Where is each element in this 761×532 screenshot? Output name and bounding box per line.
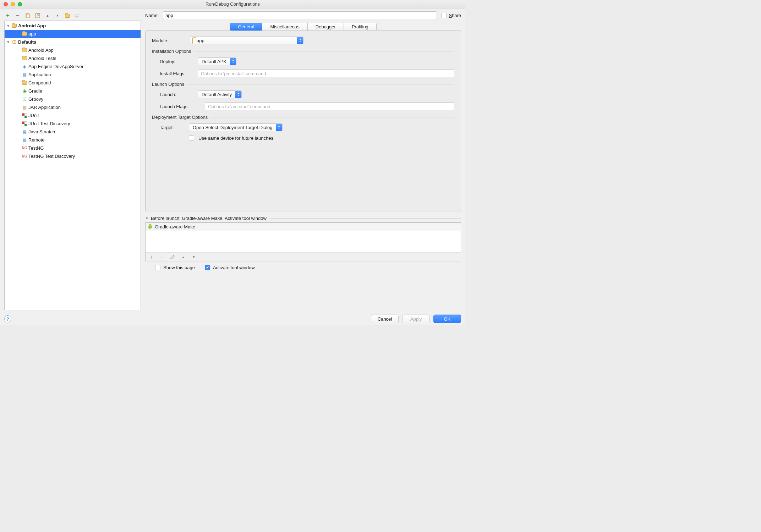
deploy-select[interactable]: Default APK <box>198 57 236 65</box>
testng-icon: NG <box>22 145 27 151</box>
folder-icon <box>22 48 27 53</box>
toolbar-move-down-icon[interactable]: ▼ <box>55 13 60 18</box>
apply-button[interactable]: Apply <box>402 315 430 323</box>
target-select[interactable]: Open Select Deployment Target Dialog <box>189 123 283 131</box>
before-launch-item[interactable]: Gradle-aware Make <box>146 223 461 231</box>
svg-point-23 <box>150 225 151 225</box>
disclosure-arrow-icon[interactable]: ▼ <box>6 40 10 44</box>
bl-remove-icon[interactable]: − <box>159 254 165 260</box>
bl-edit-icon[interactable] <box>170 254 175 260</box>
tab-general[interactable]: General <box>230 23 262 31</box>
launch-value: Default Activity <box>198 92 235 97</box>
svg-point-22 <box>149 225 150 225</box>
tree-label: Java Scratch <box>28 129 55 134</box>
share-checkbox[interactable] <box>441 13 447 18</box>
target-label: Target: <box>160 125 185 130</box>
help-button[interactable]: ? <box>4 315 11 322</box>
select-caret-icon <box>230 58 236 65</box>
show-this-page-checkbox[interactable] <box>155 265 160 270</box>
defaults-gear-icon <box>11 39 17 45</box>
same-device-checkbox[interactable] <box>189 135 194 141</box>
toolbar-sort-icon[interactable]: az <box>75 13 80 18</box>
activate-tool-window-label: Activate tool window <box>213 265 255 270</box>
name-input[interactable] <box>163 11 437 19</box>
bl-down-icon[interactable]: ▼ <box>191 254 197 260</box>
before-launch-item-label: Gradle-aware Make <box>155 224 195 229</box>
deploy-label: Deploy: <box>160 59 193 64</box>
disclosure-arrow-icon[interactable]: ▼ <box>145 216 149 220</box>
svg-rect-17 <box>22 113 24 116</box>
tab-panel-general: Module: app Installation Options Deploy: <box>145 31 461 211</box>
toolbar-add-icon[interactable]: + <box>5 13 11 18</box>
tree-node-default-android-tests[interactable]: Android Tests <box>5 54 141 62</box>
bl-add-icon[interactable]: + <box>148 254 154 260</box>
tree-node-app[interactable]: app <box>5 30 141 38</box>
application-icon: ▦ <box>22 72 27 78</box>
select-caret-icon <box>297 37 303 44</box>
toolbar-copy-icon[interactable] <box>25 13 31 18</box>
tab-profiling[interactable]: Profiling <box>344 23 376 31</box>
svg-point-3 <box>38 14 40 16</box>
groovy-icon: ⦾ <box>22 96 27 102</box>
tree-node-default-remote[interactable]: ▦Remote <box>5 136 141 144</box>
tree-label: JAR Application <box>28 105 61 110</box>
svg-rect-18 <box>24 116 27 118</box>
tree-node-default-compound[interactable]: Compound <box>5 79 141 87</box>
toolbar-folder-icon[interactable] <box>65 13 70 18</box>
android-app-folder-icon <box>11 23 17 29</box>
ok-button[interactable]: OK <box>433 315 461 323</box>
activate-tool-window-checkbox[interactable] <box>205 265 210 270</box>
tree-label: Gradle <box>28 88 42 94</box>
show-this-page-label: Show this page <box>163 265 195 270</box>
tree-node-default-appengine[interactable]: ◈App Engine DevAppServer <box>5 62 141 71</box>
target-value: Open Select Deployment Target Dialog <box>189 125 276 130</box>
select-caret-icon <box>276 124 282 131</box>
tree-label: TestNG <box>28 145 44 151</box>
tree-node-default-java-scratch[interactable]: ▦Java Scratch <box>5 128 141 136</box>
tab-miscellaneous[interactable]: Miscellaneous <box>262 23 307 31</box>
install-flags-input[interactable] <box>198 70 454 77</box>
disclosure-arrow-icon[interactable]: ▼ <box>6 24 10 28</box>
tree-node-defaults[interactable]: ▼ Defaults <box>5 38 141 46</box>
svg-line-13 <box>15 43 16 44</box>
before-launch-list[interactable]: Gradle-aware Make <box>145 222 461 253</box>
tree-node-default-application[interactable]: ▦Application <box>5 71 141 79</box>
tree-node-default-testng[interactable]: NGTestNG <box>5 144 141 152</box>
svg-point-7 <box>14 41 15 43</box>
tree-label: Android Tests <box>28 56 56 61</box>
installation-options-section: Installation Options <box>152 49 454 54</box>
tree-node-default-junit-discovery[interactable]: JUnit Test Discovery <box>5 120 141 128</box>
module-label: Module: <box>152 38 186 43</box>
launch-select[interactable]: Default Activity <box>198 90 242 98</box>
tree-label: Groovy <box>28 96 43 102</box>
deploy-value: Default APK <box>198 59 230 64</box>
tree-node-default-android-app[interactable]: Android App <box>5 46 141 54</box>
tree-label: JUnit Test Discovery <box>28 121 70 126</box>
tree-node-default-testng-discovery[interactable]: NGTestNG Test Discovery <box>5 152 141 160</box>
tabs: General Miscellaneous Debugger Profiling <box>230 23 377 31</box>
java-scratch-icon: ▦ <box>22 129 27 135</box>
toolbar-move-up-icon[interactable]: ▲ <box>45 13 50 18</box>
tree-label: Android App <box>28 48 54 53</box>
toolbar-save-icon[interactable] <box>35 13 40 18</box>
module-value: app <box>193 38 297 43</box>
folder-icon <box>22 80 27 86</box>
tree-node-default-gradle[interactable]: ◉Gradle <box>5 87 141 95</box>
run-config-folder-icon <box>22 31 27 37</box>
config-tree[interactable]: ▼ Android App app ▼ Defaults <box>4 21 141 310</box>
bl-up-icon[interactable]: ▲ <box>180 254 186 260</box>
window-title: Run/Debug Configurations <box>0 1 465 7</box>
select-caret-icon <box>235 91 241 98</box>
appengine-icon: ◈ <box>22 64 27 70</box>
tree-node-android-app[interactable]: ▼ Android App <box>5 22 141 30</box>
junit-icon <box>22 121 27 127</box>
cancel-button[interactable]: Cancel <box>371 315 399 323</box>
svg-rect-1 <box>27 14 29 18</box>
module-select[interactable]: app <box>190 37 303 44</box>
launch-flags-input[interactable] <box>205 102 454 110</box>
toolbar-remove-icon[interactable]: − <box>15 13 21 18</box>
tree-node-default-groovy[interactable]: ⦾Groovy <box>5 95 141 103</box>
tree-node-default-jar[interactable]: ▥JAR Application <box>5 103 141 111</box>
tab-debugger[interactable]: Debugger <box>308 23 344 31</box>
tree-node-default-junit[interactable]: JUnit <box>5 111 141 120</box>
